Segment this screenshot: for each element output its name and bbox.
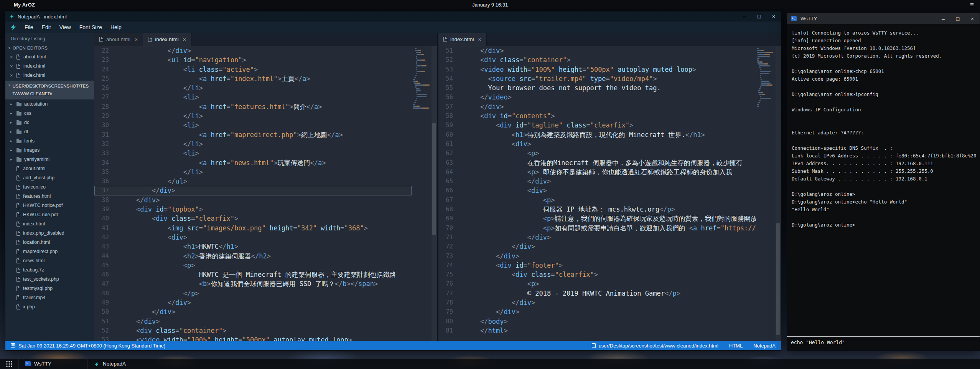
file-item[interactable]: favicon.ico (5, 182, 94, 192)
code-line[interactable]: 48 </p> (94, 289, 412, 298)
file-item[interactable]: news.html (5, 256, 94, 265)
code-line[interactable]: 27 <li> (94, 93, 412, 102)
minimap-right[interactable] (756, 46, 776, 341)
code-line[interactable]: 24 <li class="active"> (94, 65, 412, 74)
code-line[interactable]: 58 <div id="contents"> (438, 111, 756, 121)
code-line[interactable]: 72 </div> (438, 242, 756, 251)
open-editor-item[interactable]: ×index.html (5, 61, 94, 71)
code-area-left[interactable]: 22 </div>23 <ul id="navigation">24 <li c… (94, 46, 412, 341)
code-line[interactable]: 30 <li> (94, 121, 412, 130)
code-line[interactable]: 23 <ul id="navigation"> (94, 55, 412, 65)
file-item[interactable]: about.html (5, 164, 94, 173)
code-line[interactable]: 61 <div> (438, 139, 756, 149)
os-brand[interactable]: My ArOZ (14, 2, 35, 8)
menu-font-size[interactable]: Font Size (75, 24, 106, 30)
start-menu-button[interactable] (0, 359, 18, 369)
code-line[interactable]: 75 <div class="clearfix"> (438, 270, 756, 279)
code-line[interactable]: 55 Your browser does not support the vid… (438, 83, 756, 93)
code-line[interactable]: 33 <li> (94, 149, 412, 158)
file-item[interactable]: mapredirect.php (5, 247, 94, 256)
menu-view[interactable]: View (55, 24, 75, 30)
code-line[interactable]: 38 </div> (94, 195, 412, 205)
code-line[interactable]: 34 <a href="news.html">玩家傳送門</a> (94, 158, 412, 167)
folder-item[interactable]: ▸css (5, 109, 94, 118)
code-line[interactable]: 70 <p>如有問題或需要申請白名單，歡迎加入我們的 <a href="http… (438, 223, 756, 233)
folder-item[interactable]: ▸autostation (5, 99, 94, 109)
tab-index.html[interactable]: index.html× (143, 33, 191, 46)
code-line[interactable]: 74 <div id="footer"> (438, 261, 756, 270)
open-editors-header[interactable]: ▾ OPEN EDITORS (5, 44, 94, 52)
tab-index.html[interactable]: index.html× (438, 33, 487, 46)
code-line[interactable]: 56 </video> (438, 93, 756, 102)
file-item[interactable]: add_vhost.php (5, 173, 94, 182)
code-line[interactable]: 43 <h1>HKWTC</h1> (94, 242, 412, 251)
file-item[interactable]: index.html (5, 219, 94, 228)
code-line[interactable]: 78 </div> (438, 298, 756, 307)
code-line[interactable]: 46 HKWTC 是一個 Minecraft 的建築伺服器，主要建築計劃包括鐵路 (94, 270, 412, 279)
code-line[interactable]: 49 </div> (94, 298, 412, 307)
folder-item[interactable]: ▸dc (5, 118, 94, 127)
code-line[interactable]: 41 <img src="images/box.png" height="342… (94, 223, 412, 233)
file-item[interactable]: location.html (5, 238, 94, 247)
code-line[interactable]: 40 <div class="clearfix"> (94, 214, 412, 223)
code-line[interactable]: 73 </div> (438, 252, 756, 261)
code-line[interactable]: 65 </div> (438, 177, 756, 186)
close-tab-icon[interactable]: × (183, 36, 186, 43)
code-line[interactable]: 81 </html> (438, 326, 756, 335)
menu-edit[interactable]: Edit (38, 24, 55, 30)
code-line[interactable]: 25 <a href="index.html">主頁</a> (94, 74, 412, 83)
code-line[interactable]: 76 <p> (438, 279, 756, 288)
scrollbar-thumb-left[interactable] (432, 123, 436, 235)
code-line[interactable]: 66 <div> (438, 186, 756, 195)
maximize-button[interactable]: □ (950, 13, 965, 24)
code-line[interactable]: 50 </div> (94, 307, 412, 316)
code-line[interactable]: 68 伺服器 IP 地址為： mcs.hkwtc.org</p> (438, 205, 756, 214)
code-line[interactable]: 64 <p> 即使你不是建築師，你也能透過紅石師或鐵路工程師的身份加入我 (438, 167, 756, 177)
close-file-icon[interactable]: × (10, 55, 13, 60)
code-line[interactable]: 22 </div> (94, 46, 412, 55)
code-line[interactable]: 51 </div> (438, 46, 756, 55)
code-line[interactable]: 44 <h2>香港的建築伺服器</h2> (94, 252, 412, 261)
close-button[interactable]: × (965, 13, 980, 24)
code-line[interactable]: 59 <div id="tagline" class="clearfix"> (438, 121, 756, 130)
code-line[interactable]: 39 <div id="topbox"> (94, 205, 412, 214)
code-line[interactable]: 28 <a href="features.html">簡介</a> (94, 102, 412, 111)
file-item[interactable]: trailer.mp4 (5, 293, 94, 302)
status-filepath[interactable]: user/Desktop/screenshot/test/www cleaned… (592, 343, 718, 349)
minimap-left[interactable] (412, 46, 432, 341)
file-item[interactable]: teabag.7z (5, 265, 94, 275)
open-editor-item[interactable]: ×about.html (5, 52, 94, 61)
taskbar-item-notepada[interactable]: NotepadA (87, 359, 156, 369)
tab-about.html[interactable]: about.html× (94, 33, 143, 46)
code-line[interactable]: 35 </li> (94, 167, 412, 177)
code-line[interactable]: 31 <a href="mapredirect.php">網上地圖</a> (94, 130, 412, 139)
code-area-right[interactable]: 51 </div>52 <div class="container">53 <v… (438, 46, 756, 341)
taskbar-item-wstty[interactable]: WsTTY (18, 359, 87, 369)
folder-item[interactable]: ▸images (5, 146, 94, 155)
code-line[interactable]: 71 </div> (438, 233, 756, 242)
code-line[interactable]: 80 </body> (438, 317, 756, 326)
wstty-titlebar[interactable]: WsTTY – □ × (787, 13, 980, 24)
file-item[interactable]: x.php (5, 302, 94, 311)
code-line[interactable]: 47 <b>你知道我們全球伺服器已轉用 SSD 了嗎？</b></span> (94, 279, 412, 288)
status-language[interactable]: HTML (729, 343, 743, 349)
code-line[interactable]: 52 <div class="container"> (438, 55, 756, 65)
maximize-button[interactable]: □ (752, 12, 766, 22)
menu-help[interactable]: Help (106, 24, 126, 30)
code-line[interactable]: 51 </div> (94, 317, 412, 326)
notepada-titlebar[interactable]: NotepadA - index.html – □ × (5, 12, 781, 22)
menu-file[interactable]: File (20, 24, 38, 30)
code-line[interactable]: 42 <div> (94, 233, 412, 242)
close-file-icon[interactable]: × (10, 73, 13, 78)
root-folder-header[interactable]: ▾ USER/DESKTOP/SCREENSHOT/TEST/WWW CLEAN… (5, 81, 94, 99)
close-file-icon[interactable]: × (10, 64, 13, 69)
terminal-input[interactable]: echo "Hello World" (787, 336, 980, 350)
code-line[interactable]: 69 <p>請注意，我們的伺服器為確保玩家及遊玩時的質素，我們對的服務開放 (438, 214, 756, 223)
terminal-output[interactable]: [info] Connecting to arozos WsTTY servic… (787, 24, 980, 336)
code-line[interactable]: 45 <p> (94, 261, 412, 270)
file-item[interactable]: HKWTC rule.pdf (5, 210, 94, 219)
code-line[interactable]: 53 <video width="100%" height="500px" au… (438, 65, 756, 74)
file-item[interactable]: HKWTC notice.pdf (5, 201, 94, 210)
code-line[interactable]: 67 <p> (438, 195, 756, 205)
folder-item[interactable]: ▸yamlyamlml (5, 155, 94, 164)
